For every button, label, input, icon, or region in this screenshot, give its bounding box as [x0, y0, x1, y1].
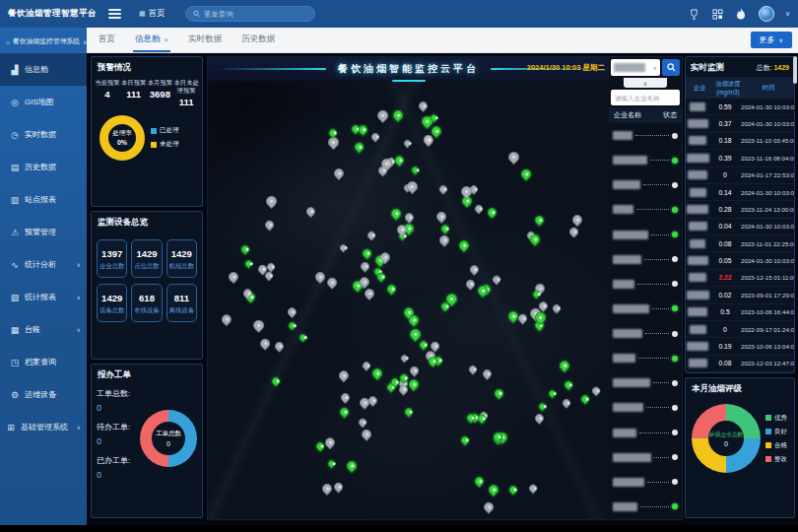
- company-row[interactable]: [609, 470, 682, 495]
- map-pin-green[interactable]: [407, 376, 422, 391]
- map-pin-gray[interactable]: [570, 213, 584, 227]
- breadcrumb[interactable]: ▦ 首页: [139, 8, 166, 20]
- map-pin-gray[interactable]: [437, 233, 451, 247]
- map-pin-green[interactable]: [473, 476, 486, 489]
- realtime-row[interactable]: 02022-09-17 01:24:00: [686, 321, 794, 338]
- map-pin-gray[interactable]: [481, 367, 494, 380]
- map-pin-gray[interactable]: [274, 341, 287, 354]
- map-pin-gray[interactable]: [258, 337, 272, 351]
- realtime-row[interactable]: 0.392023-11-16 08:04:00: [686, 150, 794, 166]
- map-pin-gray[interactable]: [468, 263, 481, 276]
- scrollbar-thumb[interactable]: [793, 56, 797, 84]
- map-pin-green[interactable]: [493, 387, 504, 399]
- map-pin-gray[interactable]: [467, 365, 478, 375]
- realtime-row[interactable]: 0.52023-10-06 16:44:00: [686, 304, 794, 321]
- menu-search-input[interactable]: [204, 10, 307, 19]
- map-pin-gray[interactable]: [434, 210, 448, 224]
- map-pin-gray[interactable]: [482, 500, 495, 513]
- map-pin-gray[interactable]: [323, 434, 338, 449]
- company-row[interactable]: [609, 272, 682, 297]
- map-pin-gray[interactable]: [264, 193, 279, 208]
- map-pin-green[interactable]: [299, 333, 308, 343]
- tab-1[interactable]: 首页: [97, 28, 117, 52]
- tab-4[interactable]: 历史数据: [239, 28, 277, 52]
- realtime-row[interactable]: 0.372024-01-30 10:03:00: [686, 115, 794, 132]
- map-pin-green[interactable]: [418, 340, 430, 352]
- map-pin-gray[interactable]: [402, 139, 412, 149]
- map-pin-green[interactable]: [487, 483, 501, 498]
- apps-icon[interactable]: [711, 8, 724, 21]
- sidebar-item-6[interactable]: ⚠预警管理: [0, 216, 87, 248]
- map-pin-gray[interactable]: [358, 418, 368, 429]
- map-pin-gray[interactable]: [437, 183, 449, 195]
- map-pin-gray[interactable]: [264, 219, 276, 231]
- close-icon[interactable]: ×: [165, 35, 169, 44]
- sidebar-item-8[interactable]: ▧统计报表∨: [0, 281, 87, 313]
- map-pin-green[interactable]: [389, 207, 403, 221]
- map-pin-gray[interactable]: [337, 368, 352, 383]
- realtime-row[interactable]: 0.042024-01-30 10:03:00: [686, 219, 794, 235]
- map-pin-gray[interactable]: [506, 149, 521, 164]
- company-row[interactable]: [609, 445, 682, 470]
- sidebar-item-5[interactable]: ▥站点报表: [0, 183, 87, 216]
- sidebar-item-2[interactable]: ◎GIS地图: [0, 86, 87, 118]
- map-pin-green[interactable]: [579, 393, 591, 405]
- map-pin-green[interactable]: [338, 407, 350, 419]
- sidebar-item-1[interactable]: ▟信息舱: [0, 53, 87, 86]
- map-pin-green[interactable]: [393, 154, 406, 166]
- map-pin-gray[interactable]: [474, 204, 485, 215]
- company-row[interactable]: [609, 346, 682, 370]
- map-pin-gray[interactable]: [567, 226, 579, 237]
- map-pin-gray[interactable]: [366, 394, 379, 407]
- map-pin-green[interactable]: [564, 379, 574, 390]
- map-pin-gray[interactable]: [464, 278, 476, 290]
- sidebar-item-10[interactable]: ◳档案查询: [0, 346, 87, 378]
- map-pin-gray[interactable]: [408, 365, 420, 376]
- map-pin-green[interactable]: [533, 214, 546, 227]
- sidebar-item-7[interactable]: ∿统计分析∨: [0, 248, 87, 281]
- map-pin-gray[interactable]: [361, 360, 372, 371]
- realtime-row[interactable]: 0.052024-01-30 10:03:00: [686, 252, 794, 269]
- flame-icon[interactable]: [735, 8, 748, 21]
- sidebar-item-3[interactable]: ◷实时数据: [0, 118, 87, 151]
- map-pin-gray[interactable]: [332, 481, 344, 493]
- map-pin-gray[interactable]: [591, 385, 602, 396]
- realtime-row[interactable]: 0.082023-12-03 12:47:00: [686, 356, 794, 372]
- realtime-row[interactable]: 2.222023-12-15 01:11:00: [686, 270, 794, 287]
- map-pin-green[interactable]: [408, 326, 423, 341]
- map-pin-green[interactable]: [270, 376, 281, 387]
- map-pin-green[interactable]: [326, 459, 337, 470]
- map-pin-green[interactable]: [345, 459, 359, 473]
- company-row[interactable]: [609, 370, 682, 395]
- map-pin-green[interactable]: [403, 406, 415, 418]
- hamburger-menu-icon[interactable]: [108, 9, 121, 19]
- map-pin-green[interactable]: [547, 389, 557, 399]
- map-pin-gray[interactable]: [339, 391, 352, 404]
- map-pin-gray[interactable]: [359, 261, 371, 274]
- company-row[interactable]: [609, 321, 682, 346]
- map-pin-gray[interactable]: [331, 166, 345, 180]
- map-pin-green[interactable]: [519, 167, 533, 181]
- map-pin-gray[interactable]: [400, 353, 410, 363]
- tab-2[interactable]: 信息舱×: [133, 28, 170, 52]
- company-row[interactable]: [609, 197, 682, 222]
- map-pin-gray[interactable]: [251, 318, 266, 333]
- avatar[interactable]: [759, 6, 774, 22]
- map-view[interactable]: 餐饮油烟智能监控云平台 2024/1/30 10:03 星期二 ∨: [207, 56, 683, 520]
- company-search-input[interactable]: [611, 90, 680, 105]
- sidebar-system-group[interactable]: ⌂ 餐饮油烟监控管理系统 ∧: [0, 32, 87, 53]
- company-row[interactable]: [609, 172, 682, 197]
- map-pin-green[interactable]: [537, 402, 547, 412]
- company-row[interactable]: [609, 223, 682, 247]
- realtime-row[interactable]: 0.282023-11-24 13:00:00: [686, 201, 794, 218]
- map-pin-gray[interactable]: [370, 132, 381, 143]
- realtime-row[interactable]: 0.022023-09-01 17:29:00: [686, 287, 794, 303]
- chevron-down-icon[interactable]: ∨: [785, 10, 790, 18]
- map-pin-green[interactable]: [244, 258, 255, 269]
- map-pin-green[interactable]: [353, 141, 365, 153]
- map-pin-green[interactable]: [391, 107, 405, 121]
- realtime-row[interactable]: 0.182023-11-10 03:45:00: [686, 133, 794, 150]
- badge-icon[interactable]: [688, 8, 700, 21]
- company-row[interactable]: [609, 421, 682, 445]
- company-row[interactable]: [609, 297, 682, 321]
